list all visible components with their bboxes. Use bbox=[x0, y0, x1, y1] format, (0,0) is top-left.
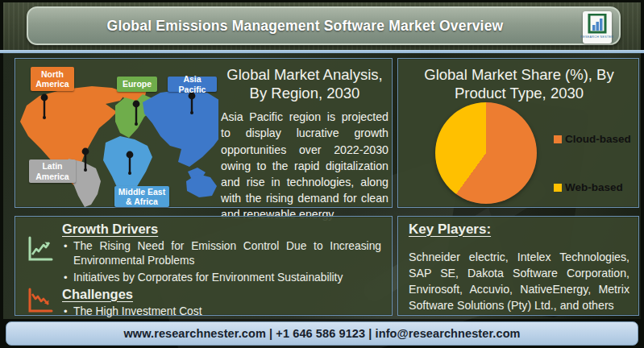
legend-swatch-web-based bbox=[554, 184, 562, 192]
legend-swatch-cloud-based bbox=[554, 135, 562, 143]
region-label-latin-america: Latin America bbox=[29, 160, 76, 183]
continent-asia bbox=[143, 89, 218, 167]
pie-chart-title: Global Market Share (%), By Product Type… bbox=[406, 65, 632, 102]
key-players-list: Schneider electric, Intelex Technologies… bbox=[409, 249, 629, 314]
driver-text: The Rising Need for Emission Control Due… bbox=[73, 239, 384, 268]
growth-drivers-heading: Growth Drivers bbox=[62, 222, 384, 237]
growth-chart-icon bbox=[26, 234, 55, 263]
driver-item: • Initiatives by Corporates for Environm… bbox=[62, 271, 384, 285]
driver-item: • The Rising Need for Emission Control D… bbox=[62, 239, 384, 268]
bullet-icon: • bbox=[62, 304, 73, 319]
bullet-icon: • bbox=[62, 239, 73, 268]
header-divider bbox=[0, 50, 644, 53]
region-analysis-panel: North America Europe Asia Pacific Latin … bbox=[15, 58, 393, 208]
region-label-north-america: North America bbox=[31, 67, 74, 91]
decline-chart-icon bbox=[26, 286, 55, 315]
infographic-canvas: Global Emissions Management Software Mar… bbox=[0, 0, 644, 348]
drivers-challenges-panel: Growth Drivers • The Rising Need for Emi… bbox=[15, 216, 393, 316]
challenges-heading: Challenges bbox=[62, 287, 384, 302]
legend-label-cloud-based: Cloud-based bbox=[565, 133, 631, 145]
title-bar: Global Emissions Management Software Mar… bbox=[27, 6, 621, 45]
key-players-content: Key Players: Schneider electric, Intelex… bbox=[409, 222, 629, 314]
region-analysis-body: Asia Pacific region is projected to disp… bbox=[221, 109, 388, 222]
challenge-text: The High Investment Cost bbox=[73, 304, 384, 319]
drivers-content: Growth Drivers • The Rising Need for Emi… bbox=[62, 220, 384, 319]
world-map: North America Europe Asia Pacific Latin … bbox=[15, 59, 218, 207]
region-label-europe: Europe bbox=[117, 77, 157, 92]
header-band: Global Emissions Management Software Mar… bbox=[3, 2, 641, 50]
page-title: Global Emissions Management Software Mar… bbox=[107, 18, 541, 35]
region-analysis-title: Global Market Analysis, By Region, 2030 bbox=[221, 65, 388, 102]
research-nester-logo: RESEARCH NESTER bbox=[583, 11, 612, 44]
key-players-heading: Key Players: bbox=[409, 222, 629, 238]
region-label-asia-pacific: Asia Pacific bbox=[168, 77, 217, 92]
pie-chart bbox=[435, 102, 537, 204]
bullet-icon: • bbox=[62, 271, 73, 285]
challenge-item: • The High Investment Cost bbox=[62, 304, 384, 319]
key-players-panel: Key Players: Schneider electric, Intelex… bbox=[397, 216, 639, 316]
region-label-middle-east-africa: Middle East & Africa bbox=[114, 186, 169, 207]
footer-contact-text: www.researchnester.com | +1 646 586 9123… bbox=[123, 327, 520, 340]
driver-text: Initiatives by Corporates for Environmen… bbox=[73, 271, 384, 285]
product-type-share-panel: Global Market Share (%), By Product Type… bbox=[397, 58, 639, 208]
legend-item-web-based: Web-based bbox=[554, 181, 623, 193]
bar-chart-logo-icon bbox=[587, 14, 608, 35]
legend-label-web-based: Web-based bbox=[565, 181, 623, 193]
region-analysis-block: Global Market Analysis, By Region, 2030 … bbox=[221, 65, 388, 204]
logo-text: RESEARCH NESTER bbox=[580, 35, 613, 39]
footer-bar: www.researchnester.com | +1 646 586 9123… bbox=[6, 321, 638, 346]
legend-item-cloud-based: Cloud-based bbox=[554, 133, 631, 145]
